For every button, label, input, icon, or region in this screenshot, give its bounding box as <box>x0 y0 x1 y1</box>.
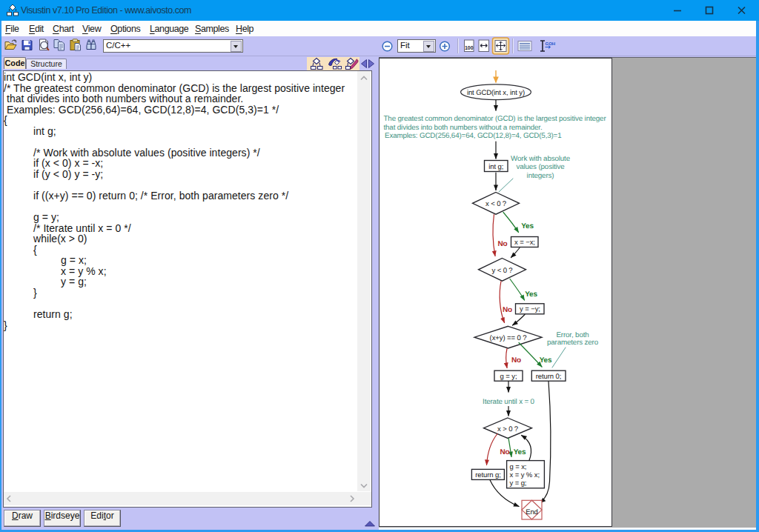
svg-text:Yes: Yes <box>521 222 534 230</box>
svg-text:int g;: int g; <box>488 163 503 171</box>
svg-text:Yes: Yes <box>514 448 526 456</box>
svg-text:No: No <box>498 240 508 248</box>
svg-text:x = −x;: x = −x; <box>514 239 535 247</box>
svg-text:No: No <box>500 448 510 456</box>
svg-text:x > 0 ?: x > 0 ? <box>497 425 518 433</box>
svg-text:values (positive: values (positive <box>516 163 565 171</box>
svg-text:Iterate until x = 0: Iterate until x = 0 <box>483 398 535 406</box>
svg-text:Work with absolute: Work with absolute <box>511 155 571 163</box>
svg-text:No: No <box>511 356 521 365</box>
svg-text:Examples: GCD(256,64)=64, GCD(: Examples: GCD(256,64)=64, GCD(12,8)=4, G… <box>385 132 562 140</box>
svg-text:g = y;: g = y; <box>500 373 517 381</box>
svg-text:y = −y;: y = −y; <box>520 305 540 313</box>
svg-text:integers): integers) <box>527 172 554 180</box>
svg-text:(x+y) == 0 ?: (x+y) == 0 ? <box>490 334 527 342</box>
svg-text:Yes: Yes <box>525 290 537 299</box>
svg-text:g = x;: g = x; <box>510 463 527 471</box>
svg-text:y = g;: y = g; <box>510 479 527 488</box>
svg-text:parameters zero: parameters zero <box>547 339 599 347</box>
svg-text:The greatest common denominato: The greatest common denominator (GCD) is… <box>384 115 607 123</box>
svg-text:that divides into both numbers: that divides into both numbers without a… <box>384 124 543 132</box>
svg-text:return g;: return g; <box>475 471 500 479</box>
svg-text:int GCD(int x, int y): int GCD(int x, int y) <box>467 89 525 97</box>
svg-text:End: End <box>526 508 538 516</box>
svg-text:No: No <box>503 306 512 314</box>
svg-text:GOH: GOH <box>546 41 556 46</box>
svg-text:y < 0 ?: y < 0 ? <box>491 267 512 275</box>
svg-text:return 0;: return 0; <box>536 373 561 381</box>
svg-text:x = y % x;: x = y % x; <box>510 471 540 479</box>
svg-text:Yes: Yes <box>540 356 552 365</box>
svg-text:100: 100 <box>465 45 474 50</box>
svg-text:x < 0 ?: x < 0 ? <box>485 200 506 208</box>
